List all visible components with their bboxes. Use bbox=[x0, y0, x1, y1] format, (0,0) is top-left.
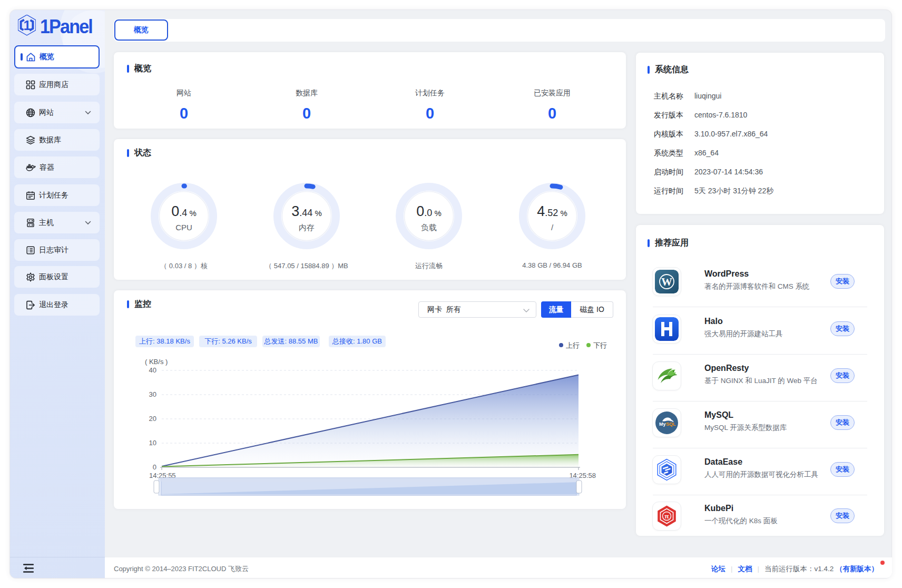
svg-text:40: 40 bbox=[149, 366, 156, 374]
svg-text:30: 30 bbox=[149, 390, 156, 398]
svg-text:10: 10 bbox=[149, 439, 156, 447]
svg-text:W: W bbox=[661, 276, 672, 288]
svg-text:( KB/s ): ( KB/s ) bbox=[145, 358, 168, 366]
svg-text:SQL: SQL bbox=[666, 422, 676, 427]
svg-text:π: π bbox=[664, 513, 669, 520]
svg-text:My: My bbox=[659, 422, 666, 427]
svg-text:1: 1 bbox=[24, 18, 31, 33]
svg-text:0: 0 bbox=[153, 463, 156, 471]
svg-text:20: 20 bbox=[149, 415, 156, 423]
